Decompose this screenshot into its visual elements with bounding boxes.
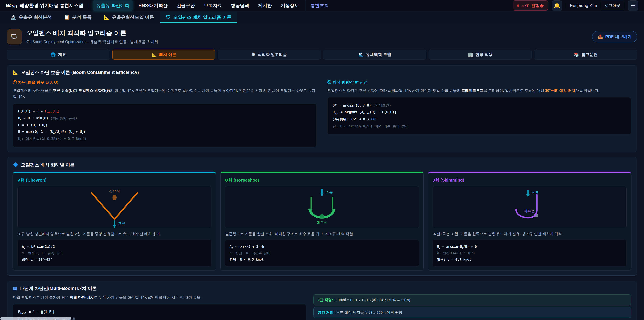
horizontal-scrollbar-thumb[interactable] (0, 317, 72, 320)
deployment-shapes-title: 🔷 오일펜스 배치 형태별 이론 (13, 162, 631, 168)
tab-diffusion-analysis[interactable]: 🔬 유출유 확산분석 (4, 11, 58, 23)
section-tab-field-application[interactable]: 🏢 현장 적용 (429, 50, 532, 60)
top-bar: Wing 해양환경 위기대응 통합시스템 유출유 확산예측 HNS·대기확산 긴… (0, 0, 644, 11)
v-shape-description: 조류 방향 정면에서 양측으로 펼친 V형. 기름을 중앙 집유점으로 유도. … (18, 231, 211, 237)
wing-logo-icon: Wing (6, 3, 17, 9)
diamond-icon: 🔷 (13, 162, 18, 167)
section-tab-overview[interactable]: 🌐 개요 (7, 50, 110, 60)
nav-item-board[interactable]: 게시판 (255, 0, 275, 11)
section-tab-references[interactable]: 📚 참고문헌 (534, 50, 637, 60)
j-shape-description: 직선+곡선 조합. 기름을 한쪽으로 편향 유도하여 집유. 강조류·연안 배치… (433, 231, 626, 237)
optimal-angle-heading: ② 최적 방향각 θ* 산정 (327, 80, 631, 85)
current-label: 조류 (532, 190, 539, 195)
section-tab-label: 현장 적용 (476, 52, 493, 57)
section-title-text: 오일펜스 차단 효율 이론 (Boom Containment Efficien… (21, 70, 139, 76)
section-title-text: 다단계 차단선(Multi-Boom) 배치 이론 (20, 285, 97, 291)
section-tab-label: 유체역학 모델 (366, 52, 391, 57)
recovery-point-dot (320, 214, 324, 219)
multi-boom-card: ▦ 다단계 차단선(Multi-Boom) 배치 이론 단일 오일펜스로 차단 … (7, 280, 637, 320)
page-subtitle: Oil Boom Deployment Optimization · 유출유 확… (26, 39, 158, 45)
triangle-ruler-icon: 📐 (104, 15, 110, 20)
multi-boom-paragraph: 단일 오일펜스로 차단 불가한 경우 직렬 다단 배치로 누적 차단 효율을 향… (13, 294, 306, 300)
recovery-label: 회수점 (524, 209, 535, 213)
main-content: 🛡 오일펜스 배치 최적화 알고리즘 이론 Oil Boom Deploymen… (0, 24, 644, 320)
shield-badge: 🛡 (7, 29, 22, 45)
efficiency-function-column: ① 차단 효율 함수 E(θ, U) 오일펜스의 차단 효율은 조류 유속(U)… (13, 76, 317, 147)
app-title: 해양환경 위기대응 통합시스템 (20, 2, 83, 9)
app-logo: Wing 해양환경 위기대응 통합시스템 (6, 2, 83, 9)
u-shape-card: U형 (Horseshoe) 조류 회수선 말굽형으로 기름을 완전 포위. 폐… (220, 172, 424, 271)
optimal-angle-paragraph: 오일펜스 방향각은 조류 방향에 따라 최적화됩니다. 차단 면적과 오일 수집… (327, 88, 631, 94)
nav-item-reports[interactable]: 보고자료 (200, 0, 225, 11)
collection-point-label: 집유점 (109, 189, 120, 193)
section-tab-label: 최적화 알고리즘 (258, 52, 287, 57)
nav-item-aerial-search[interactable]: 항공탐색 (228, 0, 252, 11)
j-shape-card: J형 (Skimming) 조류 회수점 직선+곡선 조합. 기름을 한쪽으로 … (428, 172, 631, 271)
building-icon: 🏢 (468, 52, 473, 57)
tab-boom-algorithm-theory[interactable]: 🛡 오일펜스 배치 알고리즘 이론 (160, 11, 238, 23)
u-shape-description: 말굽형으로 기름을 완전 포위. 폐쇄형 구조로 회수 효율 최고. 저조류 해… (225, 231, 418, 237)
efficiency-formula-block: E(θ,U) = 1 - Floss(Un) Un = U · sin(θ) (… (13, 104, 317, 147)
section-title-text: 오일펜스 배치 형태별 이론 (21, 162, 75, 168)
incident-badge-label: 사고 진행중 (522, 3, 544, 8)
section-tab-label: 참고문헌 (582, 52, 598, 57)
top-right-controls: 사고 진행중 🔔 Eunjeong Kim 로그아웃 ☰ (512, 0, 638, 11)
pdf-export-button[interactable]: 📤 PDF 내보내기 (592, 31, 637, 43)
v-shape-title: V형 (Chevron) (18, 177, 212, 183)
incident-status-badge[interactable]: 사고 진행중 (512, 0, 548, 11)
multi-boom-left-column: 단일 오일펜스로 차단 불가한 경우 직렬 다단 배치로 누적 차단 효율을 향… (13, 294, 306, 320)
tab-label: 분석 목록 (72, 14, 92, 20)
section-tab-deployment-theory[interactable]: 📐 배치 이론 (112, 50, 215, 60)
tab-label: 유출유 확산분석 (19, 14, 52, 20)
optimal-angle-formula-block: θ* = arcsin(Uc / U) (임계조건) θopt = argmax… (327, 97, 631, 134)
nav-item-oil-spill-prediction[interactable]: 유출유 확산예측 (93, 0, 133, 11)
status-dot-icon (517, 4, 519, 7)
tab-diffusion-model-theory[interactable]: 📐 유출유확산모델 이론 (98, 11, 160, 23)
tab-label: 유출유확산모델 이론 (112, 14, 154, 20)
current-arrow-icon (526, 194, 530, 197)
current-label: 조류 (118, 221, 126, 225)
v-shape-formula-block: AV = L²·sin(2α)/2 α: 반개각, L: 편측 길이 최적 α … (18, 240, 212, 266)
collection-point-dot (112, 195, 116, 200)
tab-label: 오일펜스 배치 알고리즘 이론 (173, 14, 232, 20)
grid-icon: ▦ (13, 286, 17, 291)
section-tabs: 🌐 개요 📐 배치 이론 ⚙ 최적화 알고리즘 🌊 유체역학 모델 🏢 현장 적… (7, 50, 637, 60)
nav-item-hns-air-diffusion[interactable]: HNS·대기확산 (135, 0, 171, 11)
current-arrow-icon (320, 193, 324, 196)
books-icon: 📚 (574, 52, 579, 57)
user-name: Eunjeong Kim (570, 3, 597, 8)
triangle-ruler-icon: 📐 (13, 70, 18, 75)
bell-icon: 🔔 (554, 3, 560, 9)
section-tab-hydrodynamics-model[interactable]: 🌊 유체역학 모델 (323, 50, 426, 60)
current-label: 조류 (326, 190, 333, 194)
tab-analysis-list[interactable]: 📋 분석 목록 (58, 11, 98, 23)
j-shape-formula-block: θJ = arcsin(Uc/U) + δ δ: 안전여유각(5°~10°) 활… (432, 240, 626, 266)
pdf-export-label: PDF 내보내기 (605, 34, 632, 40)
menu-icon: ☰ (631, 3, 636, 9)
nav-item-integrated-search[interactable]: 통합조회 (306, 0, 332, 11)
recovery-label: 회수선 (316, 220, 328, 224)
logout-button[interactable]: 로그아웃 (601, 1, 624, 11)
divider (88, 3, 88, 9)
note-spacing: 단간 거리:부표 집적 방지를 위해 ≥ 200m 이격 권장 (314, 307, 631, 318)
multi-boom-notes-column: 2단 직렬:E_total = E₁+E₂−E₁·E₂ (예: 70%+70% … (314, 294, 631, 320)
v-shape-diagram: 집유점 조류 (18, 186, 212, 228)
current-arrow-icon (113, 225, 116, 228)
u-shape-title: U형 (Horseshoe) (225, 177, 419, 183)
u-shape-formula-block: AU = π·r²/2 + 2r·h r: 반경, h: 직선부 길이 전제: … (225, 240, 419, 266)
export-icon: 📤 (598, 34, 603, 39)
section-tab-optimization-algorithm[interactable]: ⚙ 최적화 알고리즘 (218, 50, 321, 60)
nav-item-weather-info[interactable]: 기상정보 (278, 0, 302, 11)
efficiency-function-paragraph: 오일펜스의 차단 효율은 조류 유속(U)과 오일펜스 방향각(θ)의 함수입니… (13, 88, 317, 100)
notification-button[interactable]: 🔔 (552, 0, 562, 11)
wave-icon: 🌊 (358, 52, 364, 57)
hamburger-menu-button[interactable]: ☰ (628, 0, 638, 11)
multi-boom-title: ▦ 다단계 차단선(Multi-Boom) 배치 이론 (13, 285, 631, 291)
efficiency-function-heading: ① 차단 효율 함수 E(θ, U) (13, 80, 317, 85)
v-shape-card: V형 (Chevron) 집유점 조류 조류 방향 정면에서 양측으로 펼친 V… (13, 172, 216, 271)
page-header: 🛡 오일펜스 배치 최적화 알고리즘 이론 Oil Boom Deploymen… (7, 29, 637, 45)
deployment-shapes-card: 🔷 오일펜스 배치 형태별 이론 V형 (Chevron) 집유점 조류 (7, 157, 637, 275)
optimal-angle-column: ② 최적 방향각 θ* 산정 오일펜스 방향각은 조류 방향에 따라 최적화됩니… (327, 76, 631, 147)
triangle-ruler-icon: 📐 (152, 52, 157, 57)
nav-item-emergency-rescue[interactable]: 긴급구난 (173, 0, 198, 11)
